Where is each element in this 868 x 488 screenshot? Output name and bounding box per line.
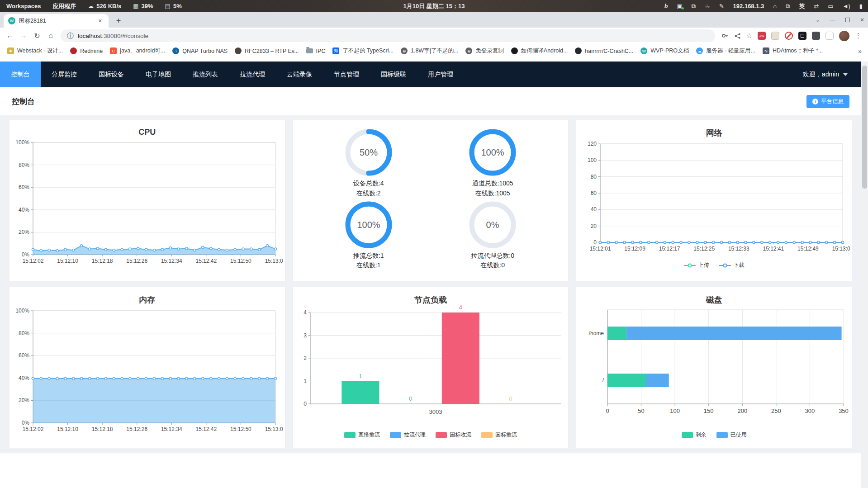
bookmark-item[interactable]: ❖Webstack - 设计... xyxy=(4,45,66,57)
extension-hat-icon[interactable] xyxy=(771,32,779,40)
nav-item-7[interactable]: 云端录像 xyxy=(276,62,323,87)
clipboard-tray-icon[interactable]: ⧉ xyxy=(692,3,696,10)
bookmark-item[interactable]: Cjava、android可... xyxy=(106,45,169,57)
bookmark-item[interactable]: hairrrrr/C-CrashC... xyxy=(571,46,637,56)
clock[interactable]: 1月10日 星期二 15：13 xyxy=(403,2,465,10)
nav-item-1[interactable]: 控制台 xyxy=(0,62,41,87)
legend-item[interactable]: 直播推流 xyxy=(344,431,380,439)
progress-ring-icon: 100% xyxy=(345,201,392,248)
forward-button[interactable]: → xyxy=(17,29,30,42)
password-key-icon[interactable] xyxy=(721,32,729,39)
ring-total-label: 拉流代理总数:0 xyxy=(471,251,514,261)
bookmark-item[interactable]: RFC2833 – RTP Ev... xyxy=(231,46,303,56)
svg-text:40: 40 xyxy=(590,206,597,213)
nav-item-5[interactable]: 推流列表 xyxy=(182,62,229,87)
bookmark-item[interactable]: ◔QNAP Turbo NAS xyxy=(169,46,231,56)
legend-item[interactable]: 国标推流 xyxy=(481,431,517,439)
svg-text:120: 120 xyxy=(588,141,597,147)
svg-text:15:12:18: 15:12:18 xyxy=(92,426,113,432)
url-host: localhost xyxy=(78,33,102,39)
nav-item-2[interactable]: 分屏监控 xyxy=(41,62,88,87)
extensions-puzzle-icon[interactable] xyxy=(812,32,820,40)
bing-tray-icon[interactable]: b xyxy=(664,2,668,10)
window-minimize-button[interactable]: — xyxy=(830,17,835,23)
window-close-button[interactable]: ✕ xyxy=(860,17,864,23)
nav-item-9[interactable]: 国标级联 xyxy=(370,62,417,87)
display-icon[interactable]: ▭ xyxy=(828,3,833,9)
legend-item[interactable]: 下载 xyxy=(719,261,745,269)
tab-close-icon[interactable]: ✕ xyxy=(96,17,104,25)
address-bar[interactable]: ⓘ localhost:38080/#/console xyxy=(61,29,715,42)
legend-item[interactable]: 上传 xyxy=(684,261,709,269)
volume-icon[interactable]: ◄) xyxy=(843,3,850,9)
extension-screenshot-icon[interactable] xyxy=(798,32,806,40)
reload-button[interactable]: ↻ xyxy=(31,29,43,42)
ip-address[interactable]: 192.168.1.3 xyxy=(733,3,764,9)
bookmark-favicon: W xyxy=(640,47,647,54)
chart-canvas: 0123410403003 xyxy=(295,305,566,426)
profile-avatar[interactable] xyxy=(839,31,849,41)
bookmark-item[interactable]: ☁服务器 - 轻量应用... xyxy=(693,45,759,57)
legend-item[interactable]: 剩余 xyxy=(682,431,707,439)
web-page: 控制台分屏监控国标设备电子地图推流列表拉流代理云端录像节点管理国标级联用户管理 … xyxy=(0,62,868,488)
tab-search-chevron-icon[interactable]: ⌄ xyxy=(816,17,820,23)
phone-sync-icon[interactable]: ⇄ xyxy=(814,3,819,9)
svg-text:15:12:10: 15:12:10 xyxy=(57,426,79,432)
platform-info-button[interactable]: i 平台信息 xyxy=(806,95,849,108)
browser-home-button[interactable]: ⌂ xyxy=(44,29,57,42)
bookmark-item[interactable]: WWVP-PRO文档 xyxy=(637,45,693,57)
user-menu[interactable]: 欢迎，admin xyxy=(803,62,861,87)
bookmark-item[interactable]: ⊕免登录复制 xyxy=(462,45,508,57)
nav-item-3[interactable]: 国标设备 xyxy=(88,62,135,87)
back-button[interactable]: ← xyxy=(4,29,16,42)
input-method-indicator[interactable]: 英 xyxy=(799,2,805,10)
svg-text:80%: 80% xyxy=(19,162,29,168)
bookmark-item[interactable]: IPC xyxy=(303,46,329,56)
bookmark-item[interactable]: NHDAtmos :: 种子 *... xyxy=(759,45,826,57)
new-tab-button[interactable]: + xyxy=(112,14,125,27)
extension-light-icon[interactable] xyxy=(825,32,834,40)
share-icon[interactable] xyxy=(734,33,741,39)
svg-text:15:12:18: 15:12:18 xyxy=(92,258,113,264)
nav-item-10[interactable]: 用户管理 xyxy=(417,62,464,87)
nav-item-8[interactable]: 节点管理 xyxy=(323,62,370,87)
break-reminder-icon[interactable]: ☕ xyxy=(705,3,710,9)
battery-icon[interactable]: ▮ xyxy=(859,3,863,9)
bookmark-favicon xyxy=(575,47,582,54)
svg-text:1: 1 xyxy=(359,373,362,379)
bookmarks-overflow-chevron[interactable]: » xyxy=(858,47,868,55)
stats-rings-panel: 50%设备总数:4在线数:2100%通道总数:1005在线数:1005100%推… xyxy=(293,120,569,281)
site-info-icon[interactable]: ⓘ xyxy=(67,32,74,40)
workspaces-grid-icon[interactable]: ⧉ xyxy=(786,3,790,10)
bookmark-item[interactable]: 如何编译Android... xyxy=(508,45,572,57)
extension-adblock-icon[interactable] xyxy=(785,32,793,40)
legend-label: 国标推流 xyxy=(495,431,517,439)
system-top-bar: Workspaces 应用程序 ☁ 526 KB/s ▦ 39% ▤ 5% 1月… xyxy=(0,0,868,12)
bookmark-item[interactable]: 知了不起的 TypeScri... xyxy=(329,45,397,57)
browser-menu-icon[interactable]: ⋮ xyxy=(855,32,862,40)
bookmark-item[interactable]: Redmine xyxy=(66,46,106,56)
extension-js-icon[interactable]: JS xyxy=(758,32,766,40)
workspaces-button[interactable]: Workspaces xyxy=(6,3,41,9)
bookmark-label: 了不起的 TypeScri... xyxy=(342,47,394,55)
screenshot-tray-icon[interactable]: ▣ xyxy=(677,3,682,9)
browser-tab[interactable]: W 国标28181 ✕ xyxy=(4,14,109,28)
applications-button[interactable]: 应用程序 xyxy=(52,2,76,10)
window-restore-button[interactable] xyxy=(845,18,850,22)
nav-item-4[interactable]: 电子地图 xyxy=(135,62,182,87)
bookmark-favicon: ◔ xyxy=(172,47,179,54)
home-tray-icon[interactable]: ⌂ xyxy=(773,3,777,9)
page-scrollbar[interactable] xyxy=(861,62,868,488)
tweaks-icon[interactable]: ✎ xyxy=(719,3,724,9)
stat-ring: 100%推流总数:1在线数:1 xyxy=(307,200,431,272)
legend-item[interactable]: 拉流代理 xyxy=(390,431,426,439)
legend-item[interactable]: 已使用 xyxy=(716,431,747,439)
svg-text:15:12:26: 15:12:26 xyxy=(127,426,148,432)
bookmark-star-icon[interactable]: ☆ xyxy=(746,32,752,40)
nav-item-6[interactable]: 拉流代理 xyxy=(229,62,276,87)
legend-item[interactable]: 国标收流 xyxy=(436,431,471,439)
scrollbar-thumb[interactable] xyxy=(862,66,867,189)
bookmark-item[interactable]: ⊕1.8W字|了不起的... xyxy=(397,45,462,57)
ring-percent: 100% xyxy=(481,147,504,157)
bookmark-label: IPC xyxy=(316,48,326,54)
